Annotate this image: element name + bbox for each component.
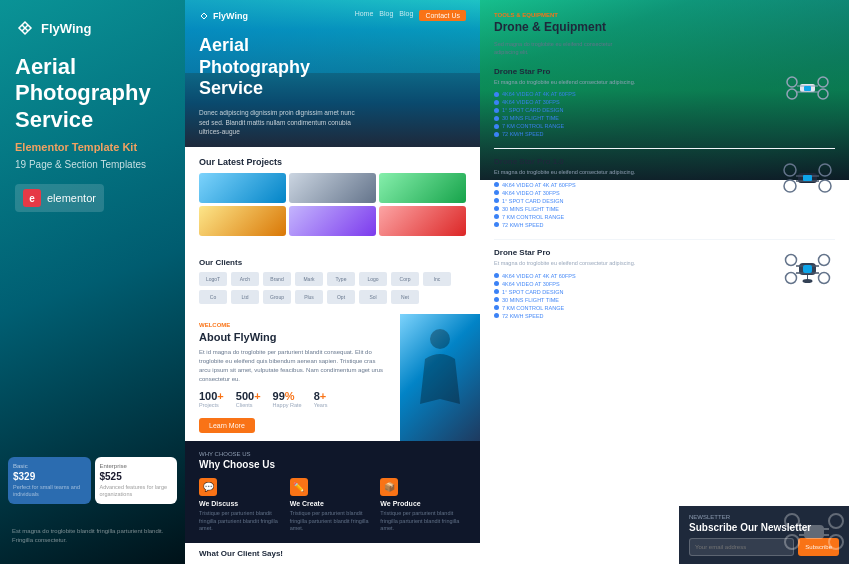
client-logo-2: Arch bbox=[231, 272, 259, 286]
elementor-icon: e bbox=[23, 189, 41, 207]
right-panel: TOOLS & EQUIPMENT Drone & Equipment Sed … bbox=[480, 0, 849, 564]
drone-info-2: Drone Star Pro Et magna do troglobite eu… bbox=[494, 248, 772, 320]
price-card-basic[interactable]: Basic $329 Perfect for small teams and i… bbox=[8, 457, 91, 504]
client-logo-1: LogoT bbox=[199, 272, 227, 286]
about-section: WELCOME About FlyWing Et id magna do tro… bbox=[185, 314, 400, 441]
right-section-desc: Sed magna do troglobite eu eleifend cons… bbox=[494, 40, 614, 57]
mid-nav-blog2[interactable]: Blog bbox=[399, 10, 413, 21]
client-logo-11: Group bbox=[263, 290, 291, 304]
project-thumb-6 bbox=[379, 206, 466, 236]
mid-brand: FlyWing bbox=[199, 11, 248, 21]
drone-desc-0: Et magna do troglobite eu eleifend conse… bbox=[494, 79, 772, 87]
stat-years-label: Years bbox=[314, 402, 328, 408]
left-panel: FlyWing Aerial Photography Service Eleme… bbox=[0, 0, 185, 564]
projects-grid bbox=[199, 173, 466, 236]
drone-spec-2-2: 1° SPOT CARD DESIGN bbox=[494, 288, 772, 296]
why-card-desc-1: Tristique per parturient blandit fringil… bbox=[290, 510, 376, 533]
newsletter-section: NEWSLETTER Subscribe Our Newsletter Subs… bbox=[679, 506, 849, 564]
price-label-enterprise: Enterprise bbox=[100, 463, 173, 469]
price-card-enterprise[interactable]: Enterprise $525 Advanced features for la… bbox=[95, 457, 178, 504]
elementor-text: elementor bbox=[47, 192, 96, 204]
about-title: About FlyWing bbox=[199, 331, 386, 343]
why-title: Why Choose Us bbox=[199, 459, 466, 470]
why-card-desc-0: Tristique per parturient blandit fringil… bbox=[199, 510, 285, 533]
why-card-icon-2: 📦 bbox=[380, 478, 398, 496]
clients-title: Our Clients bbox=[199, 258, 466, 267]
projects-title: Our Latest Projects bbox=[199, 157, 466, 167]
drone-spec-1-4: 7 KM CONTROL RANGE bbox=[494, 213, 772, 221]
drone-spec-2-3: 30 MINS FLIGHT TIME bbox=[494, 296, 772, 304]
stat-rate: 99% Happy Rate bbox=[273, 390, 302, 408]
drone-desc-1: Et magna do troglobite eu eleifend conse… bbox=[494, 169, 772, 177]
newsletter-drone-svg bbox=[779, 505, 849, 560]
stat-projects-number: 100+ bbox=[199, 390, 224, 402]
price-value-basic: $329 bbox=[13, 471, 86, 482]
drone-spec-0-3: 30 MINS FLIGHT TIME bbox=[494, 114, 772, 122]
drone-spec-1-1: 4K64 VIDEO AT 30FPS bbox=[494, 189, 772, 197]
client-logo-4: Mark bbox=[295, 272, 323, 286]
svg-point-25 bbox=[819, 272, 830, 283]
drone-name-1: Drone Star Pro 1.0 bbox=[494, 157, 772, 166]
stat-clients: 500+ Clients bbox=[236, 390, 261, 408]
hero-description: 19 Page & Section Templates bbox=[15, 159, 170, 170]
mid-nav: FlyWing Home Blog Blog Contact Us bbox=[199, 10, 466, 21]
stat-years-number: 8+ bbox=[314, 390, 328, 402]
drone-spec-0-5: 72 KM/H SPEED bbox=[494, 130, 772, 138]
client-logo-14: Sol bbox=[359, 290, 387, 304]
client-logo-5: Type bbox=[327, 272, 355, 286]
drone-image-1 bbox=[780, 157, 835, 197]
brand-logo: FlyWing bbox=[15, 18, 170, 38]
client-logo-3: Brand bbox=[263, 272, 291, 286]
mid-nav-home[interactable]: Home bbox=[355, 10, 374, 21]
hero-subtitle: Elementor Template Kit bbox=[15, 141, 170, 153]
client-logo-13: Opt bbox=[327, 290, 355, 304]
svg-point-22 bbox=[786, 254, 797, 265]
why-card-1: ✏️ We Create Tristique per parturient bl… bbox=[290, 478, 376, 533]
drone-spec-0-0: 4K64 VIDEO AT 4K AT 60FPS bbox=[494, 90, 772, 98]
drone-info-1: Drone Star Pro 1.0 Et magna do troglobit… bbox=[494, 157, 772, 229]
svg-point-14 bbox=[784, 180, 796, 192]
mid-logo-icon bbox=[199, 11, 209, 21]
mid-hero-desc: Donec adipiscing dignissim proin digniss… bbox=[199, 108, 359, 137]
project-thumb-1 bbox=[199, 173, 286, 203]
svg-point-23 bbox=[819, 254, 830, 265]
price-desc-enterprise: Advanced features for large organization… bbox=[100, 484, 173, 498]
client-logo-10: Ltd bbox=[231, 290, 259, 304]
stat-clients-label: Clients bbox=[236, 402, 261, 408]
drone-spec-1-3: 30 MINS FLIGHT TIME bbox=[494, 205, 772, 213]
svg-rect-10 bbox=[804, 86, 811, 91]
svg-point-24 bbox=[786, 272, 797, 283]
divider-1 bbox=[494, 148, 835, 149]
mid-nav-cta[interactable]: Contact Us bbox=[419, 10, 466, 21]
why-icon-produce: 📦 bbox=[384, 482, 395, 492]
clients-section: Our Clients LogoT Arch Brand Mark Type L… bbox=[185, 252, 480, 314]
drone-specs-1: 4K64 VIDEO AT 4K AT 60FPS 4K64 VIDEO AT … bbox=[494, 181, 772, 229]
why-icon-discuss: 💬 bbox=[203, 482, 214, 492]
mid-nav-links: Home Blog Blog Contact Us bbox=[355, 10, 466, 21]
about-btn[interactable]: Learn More bbox=[199, 418, 255, 433]
svg-point-2 bbox=[787, 77, 797, 87]
hero-title: Aerial Photography Service bbox=[15, 54, 170, 133]
drone-name-2: Drone Star Pro bbox=[494, 248, 772, 257]
svg-rect-30 bbox=[803, 265, 812, 273]
left-content: FlyWing Aerial Photography Service Eleme… bbox=[0, 0, 185, 230]
brand-name-text: FlyWing bbox=[41, 21, 91, 36]
why-card-2: 📦 We Produce Tristique per parturient bl… bbox=[380, 478, 466, 533]
project-thumb-3 bbox=[379, 173, 466, 203]
stat-years: 8+ Years bbox=[314, 390, 328, 408]
stats-row: 100+ Projects 500+ Clients 99% Happy Rat… bbox=[199, 390, 386, 408]
client-logo-9: Co bbox=[199, 290, 227, 304]
middle-top-hero: FlyWing Home Blog Blog Contact Us Aerial… bbox=[185, 0, 480, 147]
svg-point-34 bbox=[785, 514, 799, 528]
price-label-basic: Basic bbox=[13, 463, 86, 469]
price-value-enterprise: $525 bbox=[100, 471, 173, 482]
drone-spec-2-4: 7 KM CONTROL RANGE bbox=[494, 304, 772, 312]
right-section-title: Drone & Equipment bbox=[494, 20, 835, 34]
svg-rect-20 bbox=[803, 175, 812, 181]
svg-point-5 bbox=[818, 89, 828, 99]
flywing-icon bbox=[15, 18, 35, 38]
drone-product-2: Drone Star Pro Et magna do troglobite eu… bbox=[494, 248, 835, 320]
mid-nav-blog[interactable]: Blog bbox=[379, 10, 393, 21]
person-silhouette bbox=[400, 314, 480, 414]
drone-specs-2: 4K64 VIDEO AT 4K AT 60FPS 4K64 VIDEO AT … bbox=[494, 272, 772, 320]
